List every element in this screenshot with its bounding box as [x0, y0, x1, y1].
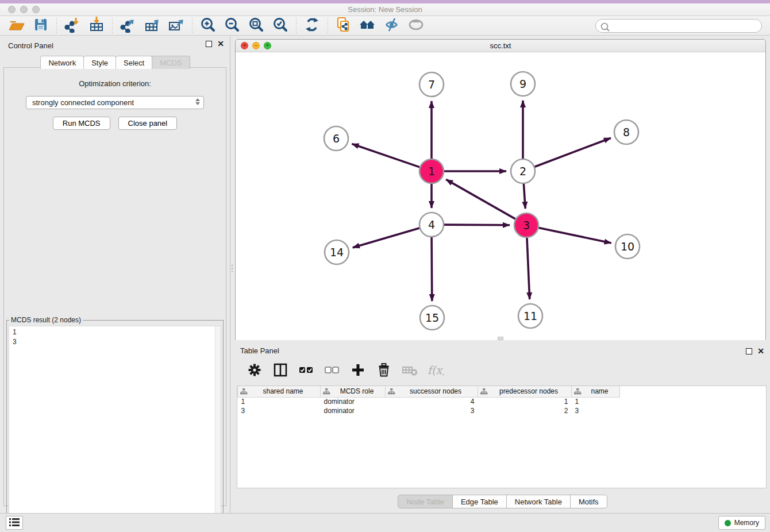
export-network-button[interactable]: [116, 17, 140, 35]
app-titlebar: Session: New Session: [0, 3, 770, 16]
close-panel-button[interactable]: Close panel: [118, 117, 178, 130]
tab-edge-table[interactable]: Edge Table: [452, 495, 507, 508]
network-graph: 7 9 6 8 1 2 4 3 14 10 15 11: [236, 52, 765, 340]
home-gallery-button[interactable]: [356, 17, 380, 35]
import-table-button[interactable]: [84, 17, 109, 35]
tab-node-table[interactable]: Node Table: [398, 495, 453, 508]
tab-select[interactable]: Select: [116, 56, 152, 69]
tab-style[interactable]: Style: [83, 56, 116, 69]
zoom-in-button[interactable]: [196, 17, 220, 35]
select-all-rows-button[interactable]: [298, 362, 315, 380]
node-4[interactable]: 4: [419, 213, 444, 237]
svg-text:3: 3: [523, 219, 530, 232]
export-image-icon: [168, 17, 185, 34]
edge-4-15[interactable]: [432, 237, 432, 301]
refresh-layout-button[interactable]: [300, 17, 324, 35]
control-panel: Control Panel ✕ NetworkStyleSelectMCDS O…: [0, 36, 230, 513]
network-window-titlebar[interactable]: × – + scc.txt: [236, 40, 765, 52]
add-column-button[interactable]: [349, 362, 367, 380]
table-settings-icon: [246, 362, 263, 380]
node-table: shared name MCDS role successor nodes pr…: [237, 385, 767, 488]
tab-network-table[interactable]: Network Table: [506, 495, 571, 508]
edge-3-11[interactable]: [527, 238, 530, 299]
network-files-button[interactable]: [332, 17, 356, 35]
import-network-button[interactable]: [60, 17, 84, 35]
mcds-panel: Optimization criterion: strongly connect…: [3, 67, 226, 506]
table-panel-title: Table Panel: [240, 346, 279, 355]
table-row[interactable]: 3dominator323: [238, 406, 620, 415]
table-toolbar: f(x): [234, 358, 770, 382]
float-panel-icon[interactable]: [206, 41, 212, 47]
node-9[interactable]: 9: [511, 72, 535, 96]
zoom-selected-icon: [272, 17, 289, 34]
add-column-icon: [349, 362, 367, 380]
task-history-button[interactable]: [6, 516, 23, 530]
node-11[interactable]: 11: [518, 304, 542, 328]
table-row[interactable]: 1dominator411: [238, 397, 620, 406]
edge-2-8[interactable]: [535, 138, 611, 167]
table-settings-button[interactable]: [246, 362, 263, 380]
node-14[interactable]: 14: [325, 240, 349, 264]
toolbar-separator: [192, 18, 192, 33]
delete-column-button[interactable]: [375, 362, 392, 380]
node-15[interactable]: 15: [420, 306, 444, 330]
select-stepper-icon: [195, 98, 200, 105]
node-8[interactable]: 8: [614, 120, 638, 144]
edge-4-14[interactable]: [353, 228, 419, 248]
node-2[interactable]: 2: [511, 159, 535, 183]
column-header-successor-nodes[interactable]: successor nodes: [386, 386, 478, 397]
node-7[interactable]: 7: [419, 72, 444, 97]
edge-4-3[interactable]: [444, 225, 510, 225]
edge-2-3[interactable]: [523, 184, 525, 209]
deselect-all-rows-button[interactable]: [324, 362, 341, 380]
resize-grip[interactable]: [498, 337, 503, 340]
mcds-result-group: MCDS result (2 nodes) 13: [6, 316, 224, 532]
save-session-button[interactable]: [29, 17, 53, 35]
hide-graphics-button[interactable]: [380, 17, 404, 35]
column-header-MCDS-role[interactable]: MCDS role: [321, 386, 386, 397]
node-1[interactable]: 1: [419, 159, 444, 183]
edge-1-6[interactable]: [352, 144, 419, 167]
zoom-fit-button[interactable]: [244, 17, 268, 35]
search-icon: [600, 22, 610, 33]
network-view-window: × – + scc.txt 7 9 6 8 1 2 4 3 14 10 15 1…: [235, 39, 766, 340]
run-mcds-button[interactable]: Run MCDS: [53, 117, 110, 130]
edge-3-10[interactable]: [539, 228, 611, 244]
close-panel-icon[interactable]: ✕: [217, 41, 224, 47]
tab-network[interactable]: Network: [40, 56, 84, 69]
float-table-panel-icon[interactable]: [746, 348, 752, 354]
mcds-result-legend: MCDS result (2 nodes): [9, 316, 83, 324]
svg-text:f(x): f(x): [428, 364, 444, 376]
memory-label: Memory: [734, 519, 759, 527]
column-header-predecessor-nodes[interactable]: predecessor nodes: [478, 386, 572, 397]
criterion-select[interactable]: strongly connected component: [26, 96, 204, 109]
close-table-panel-icon[interactable]: ✕: [757, 348, 764, 354]
node-6[interactable]: 6: [324, 126, 348, 151]
zoom-out-icon: [224, 17, 241, 34]
svg-text:7: 7: [428, 78, 435, 91]
delete-table-button: [401, 362, 418, 380]
column-header-name[interactable]: name: [572, 386, 620, 397]
column-header-shared-name[interactable]: shared name: [238, 386, 321, 397]
criterion-value: strongly connected component: [32, 98, 134, 107]
scrollbar[interactable]: [215, 326, 221, 530]
main-toolbar: [0, 16, 770, 36]
mcds-result-textarea[interactable]: 13: [9, 326, 221, 531]
shared-column-icon: [240, 388, 248, 396]
zoom-selected-button[interactable]: [268, 17, 292, 35]
edge-3-1[interactable]: [446, 179, 515, 219]
export-table-button[interactable]: [140, 17, 164, 35]
tab-motifs[interactable]: Motifs: [570, 495, 607, 508]
memory-button[interactable]: Memory: [718, 516, 765, 530]
split-view-button[interactable]: [272, 362, 289, 380]
node-3[interactable]: 3: [514, 213, 538, 237]
network-canvas[interactable]: 7 9 6 8 1 2 4 3 14 10 15 11: [236, 52, 765, 340]
search-input[interactable]: [595, 19, 762, 33]
tab-mcds[interactable]: MCDS: [152, 56, 190, 69]
cell-predecessor-nodes: 1: [478, 397, 572, 406]
open-session-button[interactable]: [5, 17, 29, 35]
export-image-button[interactable]: [164, 17, 188, 35]
node-10[interactable]: 10: [615, 234, 640, 259]
zoom-out-button[interactable]: [220, 17, 244, 35]
panel-splitter[interactable]: [230, 36, 234, 513]
